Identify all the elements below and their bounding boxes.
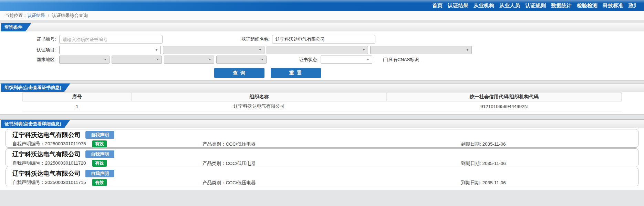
- region-select-district[interactable]: ▼: [216, 56, 267, 64]
- region-label: 国家地区:: [0, 57, 59, 63]
- org-name-input[interactable]: [272, 35, 375, 44]
- org-table-header-name: 组织名称: [132, 93, 387, 101]
- nav-item-personnel[interactable]: 从业人员: [499, 2, 520, 9]
- cert-project-label: 认证项目:: [0, 47, 59, 53]
- chevron-down-icon: ▼: [104, 58, 107, 61]
- region-select-province[interactable]: ▼: [112, 56, 162, 64]
- cert-list-panel: 辽宁科沃达电气有限公司 自我声明 自我声明编号：2025000301011975…: [0, 128, 644, 190]
- org-name-label: 获证组织名称:: [163, 36, 272, 42]
- cert-list-tab: 证书列表(点击查看详细信息): [1, 120, 70, 128]
- self-declaration-badge: 自我声明: [85, 170, 114, 177]
- project-select-level4[interactable]: ▼: [370, 46, 472, 54]
- breadcrumb-prefix: 当前位置：: [5, 12, 27, 19]
- nav-item-statistics[interactable]: 数据统计: [551, 2, 572, 9]
- query-panel-tab-strip: 查询条件: [0, 23, 644, 31]
- chevron-down-icon: ▼: [362, 49, 365, 51]
- breadcrumb: 当前位置： 认证结果 / 认证结果综合查询: [0, 11, 644, 20]
- org-row-code: 91210106569444992N: [387, 101, 622, 111]
- card-declaration-number: 自我声明编号：2025000301011975: [12, 141, 86, 147]
- chevron-down-icon: ▼: [155, 49, 158, 51]
- query-form: 证书编号: 获证组织名称: 认证项目: ▼ ▼ ▼ ▼ 国家地区: ▼ ▼ ▼ …: [0, 31, 644, 80]
- org-table-row[interactable]: 1 辽宁科沃达电气有限公司 91210106569444992N: [23, 101, 622, 111]
- org-table-header-seq: 序号: [23, 93, 132, 101]
- card-product-category: 产品类别：CCC/低压电器: [202, 180, 256, 186]
- top-navbar: 首页 认证结果 从业机构 从业人员 认证规则 数据统计 检验检测 科技标准 政策…: [0, 0, 644, 11]
- cnas-checkbox-label: 具有CNAS标识: [388, 57, 419, 63]
- org-list-panel: 序号 组织名称 统一社会信用代码/组织机构代码 1 辽宁科沃达电气有限公司 91…: [0, 92, 644, 115]
- certificate-card[interactable]: 辽宁科沃达电气有限公司 自我声明 自我声明编号：2025000301011715…: [6, 168, 638, 186]
- nav-item-rules[interactable]: 认证规则: [525, 2, 546, 9]
- breadcrumb-link-cert-results[interactable]: 认证结果: [27, 12, 45, 19]
- nav-menu: 首页 认证结果 从业机构 从业人员 认证规则 数据统计 检验检测 科技标准 政策…: [432, 0, 636, 11]
- status-badge-valid: 有效: [92, 179, 107, 186]
- card-expiry-date: 到期日期: 2035-11-06: [461, 141, 506, 147]
- breadcrumb-separator: /: [48, 13, 49, 18]
- cert-number-label: 证书编号:: [0, 36, 59, 42]
- chevron-down-icon: ▼: [156, 58, 159, 61]
- card-declaration-number: 自我声明编号：2025000301011715: [12, 179, 86, 186]
- nav-item-cert-results[interactable]: 认证结果: [448, 2, 468, 9]
- card-expiry-date: 到期日期: 2035-11-06: [461, 180, 506, 186]
- query-conditions-panel: 证书编号: 获证组织名称: 认证项目: ▼ ▼ ▼ ▼ 国家地区: ▼ ▼ ▼ …: [0, 31, 644, 81]
- card-product-category: 产品类别：CCC/低压电器: [202, 160, 256, 167]
- org-row-seq: 1: [23, 101, 132, 111]
- org-table-header-code: 统一社会信用代码/组织机构代码: [387, 93, 622, 101]
- cert-panel-tab-strip: 证书列表(点击查看详细信息): [0, 119, 644, 128]
- search-button[interactable]: 查 询: [214, 68, 264, 78]
- card-org-name: 辽宁科沃达电气有限公司: [12, 169, 81, 178]
- certificate-card[interactable]: 辽宁科沃达电气有限公司 自我声明 自我声明编号：2025000301011720…: [6, 148, 638, 167]
- cert-number-input[interactable]: [59, 35, 163, 44]
- org-panel-tab-strip: 组织列表(点击查看证书信息): [0, 83, 644, 92]
- self-declaration-badge: 自我声明: [85, 150, 114, 158]
- org-table: 序号 组织名称 统一社会信用代码/组织机构代码 1 辽宁科沃达电气有限公司 91…: [22, 92, 622, 111]
- cert-status-select[interactable]: ▼: [321, 56, 372, 64]
- card-org-name: 辽宁科沃达电气有限公司: [12, 150, 81, 158]
- project-select-level2[interactable]: ▼: [163, 46, 264, 54]
- nav-item-inspection[interactable]: 检验检测: [577, 2, 598, 9]
- certificate-card[interactable]: 辽宁科沃达电气有限公司 自我声明 自我声明编号：2025000301011975…: [6, 129, 638, 148]
- self-declaration-badge: 自我声明: [85, 131, 114, 139]
- chevron-down-icon: ▼: [208, 58, 211, 61]
- org-row-name: 辽宁科沃达电气有限公司: [132, 101, 387, 111]
- status-badge-valid: 有效: [92, 140, 107, 147]
- nav-item-policy[interactable]: 政策法规: [629, 2, 636, 9]
- breadcrumb-current-page: 认证结果综合查询: [52, 12, 88, 19]
- region-select-country[interactable]: ▼: [59, 56, 110, 64]
- cert-status-label: 证书状态:: [269, 57, 321, 63]
- project-select-level3[interactable]: ▼: [267, 46, 368, 54]
- org-list-tab: 组织列表(点击查看证书信息): [1, 84, 70, 92]
- nav-item-org[interactable]: 从业机构: [474, 2, 494, 9]
- card-product-category: 产品类别：CCC/低压电器: [202, 141, 256, 147]
- nav-item-home[interactable]: 首页: [432, 2, 443, 9]
- region-select-city[interactable]: ▼: [164, 56, 214, 64]
- chevron-down-icon: ▼: [259, 49, 262, 51]
- card-org-name: 辽宁科沃达电气有限公司: [12, 131, 81, 139]
- card-declaration-number: 自我声明编号：2025000301011720: [12, 160, 86, 166]
- chevron-down-icon: ▼: [261, 58, 264, 61]
- chevron-down-icon: ▼: [366, 58, 370, 61]
- reset-button[interactable]: 重 置: [271, 68, 321, 78]
- query-conditions-tab: 查询条件: [1, 23, 31, 31]
- project-select-level1[interactable]: ▼: [59, 46, 161, 54]
- cnas-checkbox[interactable]: [383, 58, 388, 62]
- status-badge-valid: 有效: [92, 160, 107, 167]
- card-expiry-date: 到期日期: 2035-11-06: [461, 160, 506, 167]
- chevron-down-icon: ▼: [466, 49, 469, 51]
- nav-item-standards[interactable]: 科技标准: [603, 2, 623, 9]
